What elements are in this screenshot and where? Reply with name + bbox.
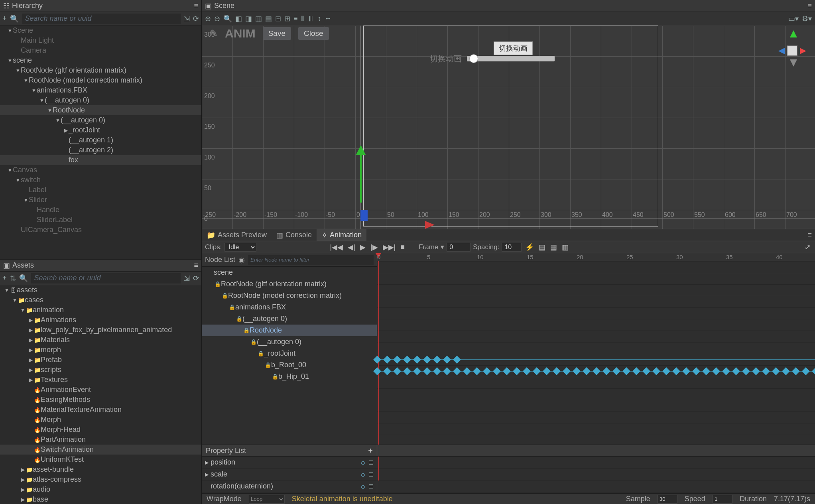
align-icon-5[interactable]: ⊟ xyxy=(275,14,281,23)
keyframe-icon[interactable] xyxy=(593,367,600,375)
playback-prev-icon[interactable]: ◀| xyxy=(346,243,356,252)
anim-node-row[interactable]: 🔒 b_Root_00 xyxy=(202,359,377,371)
hierarchy-node[interactable]: ▼ animations.FBX xyxy=(0,85,201,95)
keyframe-icon[interactable] xyxy=(473,367,481,375)
expand-arrow-icon[interactable]: ▶ xyxy=(28,327,33,333)
asset-node[interactable]: ▶ 📁 scripts xyxy=(0,365,201,375)
anim-node-row[interactable]: 🔒 animations.FBX xyxy=(202,301,377,313)
playback-stop-icon[interactable]: ■ xyxy=(399,243,406,251)
hierarchy-node[interactable]: (__autogen 2) xyxy=(0,145,201,155)
keyframe-icon[interactable] xyxy=(742,367,750,375)
asset-node[interactable]: 🔥 SwitchAnimation xyxy=(0,445,201,455)
asset-node[interactable]: ▶ 📁 audio xyxy=(0,484,201,494)
keyframe-diamond-icon[interactable]: ◇ xyxy=(361,459,365,466)
expand-arrow-icon[interactable]: ▶ xyxy=(28,357,33,363)
align-icon-2[interactable]: ◨ xyxy=(245,14,252,23)
property-rows[interactable]: ▶ position ◇ ≣▶ scale ◇ ≣ rotation(quate… xyxy=(202,457,377,480)
keyframe-icon[interactable] xyxy=(682,367,690,375)
refresh-icon[interactable]: ⟳ xyxy=(193,14,199,23)
hierarchy-node[interactable]: (__autogen 1) xyxy=(0,135,201,145)
assets-search-input[interactable] xyxy=(31,273,181,284)
keyframe-icon[interactable] xyxy=(383,367,391,375)
hierarchy-node[interactable]: ▼ (__autogen 0) xyxy=(0,115,201,125)
expand-arrow-icon[interactable]: ▼ xyxy=(20,307,26,313)
keyframe-icon[interactable] xyxy=(453,356,461,364)
expand-arrow-icon[interactable]: ▼ xyxy=(47,108,53,113)
align-icon-7[interactable]: ≡ xyxy=(293,14,298,23)
hierarchy-node[interactable]: UICamera_Canvas xyxy=(0,225,201,235)
zoom-reset-icon[interactable]: 🔍 xyxy=(223,14,232,23)
keyframe-icon[interactable] xyxy=(463,367,471,375)
expand-arrow-icon[interactable]: ▼ xyxy=(55,118,61,123)
hierarchy-node[interactable]: Camera xyxy=(0,45,201,55)
axis-widget-cube[interactable] xyxy=(787,45,797,56)
anim-node-row[interactable]: 🔒 (__autogen 0) xyxy=(202,336,377,348)
keyframe-icon[interactable] xyxy=(602,367,610,375)
keyframe-icon[interactable] xyxy=(772,367,780,375)
hierarchy-node[interactable]: Main Light xyxy=(0,35,201,45)
keyframe-list-icon[interactable]: ≣ xyxy=(368,459,374,466)
tab-animation[interactable]: ✧ Animation xyxy=(317,229,366,241)
hierarchy-tree[interactable]: ▼ Scene Main Light Camera ▼ scene ▼ Root… xyxy=(0,26,201,235)
asset-node[interactable]: ▶ 📁 Textures xyxy=(0,375,201,385)
key-icon-2[interactable]: ▤ xyxy=(537,243,547,252)
asset-node[interactable]: 🔥 EasingMethods xyxy=(0,395,201,405)
track-row[interactable] xyxy=(377,331,815,342)
property-track[interactable] xyxy=(377,480,815,492)
collapse-icon[interactable]: ⇲ xyxy=(184,274,190,283)
property-track[interactable] xyxy=(377,469,815,480)
keyframe-icon[interactable] xyxy=(513,367,521,375)
panel-menu-icon[interactable]: ≡ xyxy=(804,231,815,239)
asset-node[interactable]: ▶ 📁 morph xyxy=(0,345,201,355)
align-icon-11[interactable]: ↔ xyxy=(325,14,332,23)
tab-console[interactable]: ▥ Console xyxy=(272,229,317,241)
expand-arrow-icon[interactable]: ▶ xyxy=(28,347,33,353)
expand-arrow-icon[interactable]: ▼ xyxy=(7,167,13,173)
keyframe-icon[interactable] xyxy=(662,367,670,375)
anim-node-row[interactable]: 🔒 RootNode (model correction matrix) xyxy=(202,290,377,301)
anim-node-row[interactable]: scene xyxy=(202,267,377,278)
view-mode-icon[interactable]: ▭▾ xyxy=(788,14,799,23)
keyframe-icon[interactable] xyxy=(403,356,411,364)
asset-node[interactable]: ▼ 📁 animation xyxy=(0,305,201,315)
expand-arrow-icon[interactable]: ▶ xyxy=(20,477,26,482)
expand-arrow-icon[interactable]: ▼ xyxy=(4,287,10,293)
tab-assets-preview[interactable]: 📁 Assets Preview xyxy=(202,229,272,241)
keyframe-icon[interactable] xyxy=(483,367,491,375)
asset-node[interactable]: ▶ 📁 asset-bundle xyxy=(0,465,201,474)
align-icon-3[interactable]: ▥ xyxy=(255,14,262,23)
keyframe-diamond-icon[interactable]: ◇ xyxy=(361,471,365,478)
expand-arrow-icon[interactable]: ▼ xyxy=(39,98,45,103)
asset-node[interactable]: ▶ 📁 Materials xyxy=(0,335,201,345)
hierarchy-node[interactable]: ▼ Slider xyxy=(0,195,201,205)
keyframe-icon[interactable] xyxy=(553,367,561,375)
asset-node[interactable]: ▶ 📁 atlas-compress xyxy=(0,474,201,484)
keyframe-icon[interactable] xyxy=(543,367,551,375)
anim-close-button[interactable]: Close xyxy=(298,27,329,40)
anim-node-row[interactable]: 🔒 RootNode (gltf orientation matrix) xyxy=(202,278,377,290)
keyframe-icon[interactable] xyxy=(433,356,441,364)
keyframe-list-icon[interactable]: ≣ xyxy=(368,471,374,478)
hierarchy-node[interactable]: SliderLabel xyxy=(0,215,201,225)
expand-arrow-icon[interactable]: ▼ xyxy=(23,197,29,203)
hierarchy-node[interactable]: ▼ Scene xyxy=(0,26,201,35)
keyframe-icon[interactable] xyxy=(393,356,401,364)
axis-widget-x-icon[interactable] xyxy=(800,48,806,54)
expand-arrow-icon[interactable]: ▶ xyxy=(20,497,26,502)
keyframe-icon[interactable] xyxy=(792,367,800,375)
keyframe-icon[interactable] xyxy=(782,367,790,375)
keyframe-icon[interactable] xyxy=(762,367,770,375)
align-icon-9[interactable]: ⫼ xyxy=(307,14,315,23)
add-icon[interactable]: + xyxy=(2,274,7,282)
wrapmode-select[interactable]: Loop xyxy=(249,495,285,504)
keyframe-icon[interactable] xyxy=(423,356,431,364)
hierarchy-node[interactable]: ▼ RootNode (gltf orientation matrix) xyxy=(0,65,201,75)
eye-icon[interactable]: ◉ xyxy=(238,256,245,264)
expand-arrow-icon[interactable]: ▶ xyxy=(28,337,33,343)
keyframe-icon[interactable] xyxy=(443,367,451,375)
keyframe-icon[interactable] xyxy=(642,367,650,375)
keyframe-icon[interactable] xyxy=(692,367,700,375)
align-icon-1[interactable]: ◧ xyxy=(235,14,242,23)
speed-input[interactable] xyxy=(713,495,732,504)
asset-node[interactable]: 🔥 UniformKTest xyxy=(0,455,201,465)
